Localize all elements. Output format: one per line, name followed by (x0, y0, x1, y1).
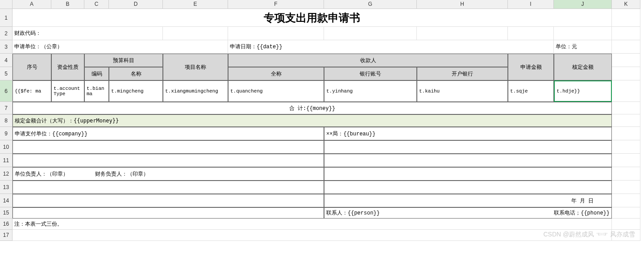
cell-k16[interactable] (612, 219, 640, 230)
col-header-k[interactable]: K (612, 0, 640, 9)
cell-k1[interactable] (612, 9, 640, 27)
row-header-16[interactable]: 16 (0, 219, 12, 230)
row-header-8[interactable]: 8 (0, 114, 12, 127)
cell-k8[interactable] (612, 114, 640, 127)
cell-e2[interactable] (163, 27, 228, 40)
row-header-12[interactable]: 12 (0, 167, 12, 181)
data-d[interactable]: t.mingcheng (109, 80, 163, 102)
col-header-b[interactable]: B (51, 0, 84, 9)
data-j-active[interactable]: t.hdje}} (554, 80, 612, 102)
spreadsheet-grid: A B C D E F G H I J K 1 专项支出用款申请书 2 财政代码… (0, 0, 644, 241)
row-header-11[interactable]: 11 (0, 154, 12, 167)
cell-k9[interactable] (612, 127, 640, 140)
col-header-g[interactable]: G (324, 0, 417, 9)
cell-g2[interactable] (324, 27, 417, 40)
cell-left-15[interactable] (12, 207, 324, 219)
header-bank-account[interactable]: 银行账号 (324, 67, 417, 80)
cell-k5[interactable] (612, 67, 640, 80)
cell-right-11[interactable] (324, 154, 612, 167)
col-header-i[interactable]: I (508, 0, 554, 9)
row-header-3[interactable]: 3 (0, 40, 12, 54)
header-seq[interactable]: 序号 (12, 54, 51, 80)
col-header-f[interactable]: F (228, 0, 324, 9)
cell-h2[interactable] (417, 27, 508, 40)
data-i[interactable]: t.sqje (508, 80, 554, 102)
col-header-c[interactable]: C (84, 0, 109, 9)
title-cell[interactable]: 专项支出用款申请书 (12, 9, 612, 27)
row-header-1[interactable]: 1 (0, 9, 12, 27)
data-c[interactable]: t.bianma (84, 80, 109, 102)
row-header-6[interactable]: 6 (0, 80, 12, 102)
header-budget-subject[interactable]: 预算科目 (84, 54, 163, 67)
col-header-a[interactable]: A (12, 0, 51, 9)
cell-k15[interactable] (612, 207, 640, 219)
corner-cell[interactable] (0, 0, 12, 9)
row-header-17[interactable]: 17 (0, 230, 12, 241)
cell-j2[interactable] (554, 27, 612, 40)
header-apply-amount[interactable]: 申请金额 (508, 54, 554, 80)
col-header-d[interactable]: D (109, 0, 163, 9)
data-e[interactable]: t.xiangmumingcheng (163, 80, 228, 102)
header-approved-amount[interactable]: 核定金额 (554, 54, 612, 80)
row-header-7[interactable]: 7 (0, 102, 12, 114)
row-header-14[interactable]: 14 (0, 194, 12, 207)
row-header-2[interactable]: 2 (0, 27, 12, 40)
data-g[interactable]: t.yinhang (324, 80, 417, 102)
header-fund-nature[interactable]: 资金性质 (51, 54, 84, 80)
cell-left-13[interactable] (12, 181, 324, 194)
apply-unit-cell[interactable]: 申请单位：（公章） (12, 40, 228, 54)
data-b[interactable]: t.accountType (51, 80, 84, 102)
upper-money-cell[interactable]: 核定金额合计（大写）：{{upperMoney}} (12, 114, 612, 127)
cell-right-13[interactable] (324, 181, 612, 194)
contact-phone-text: 联系电话；{{phone}} (554, 209, 610, 217)
header-full-name[interactable]: 全称 (228, 67, 324, 80)
finance-leader-text: 财务负责人：（印章） (95, 170, 149, 178)
cell-k11[interactable] (612, 154, 640, 167)
cell-left-10[interactable] (12, 140, 324, 154)
cell-left-11[interactable] (12, 154, 324, 167)
header-code[interactable]: 编码 (84, 67, 109, 80)
cell-k3[interactable] (612, 40, 640, 54)
data-a[interactable]: {{$fe: ma (12, 80, 51, 102)
cell-k13[interactable] (612, 181, 640, 194)
unit-leader-text: 单位负责人：（印章） (15, 170, 68, 178)
cell-f2[interactable] (228, 27, 324, 40)
cell-k2[interactable] (612, 27, 640, 40)
cell-k12[interactable] (612, 167, 640, 181)
header-payee[interactable]: 收款人 (228, 54, 508, 67)
row-header-4[interactable]: 4 (0, 54, 12, 67)
total-cell[interactable]: 合 计:{{money}} (12, 102, 612, 114)
bureau-cell[interactable]: ××局：{{bureau}} (324, 127, 612, 140)
finance-code-cell[interactable]: 财政代码： (12, 27, 163, 40)
col-header-e[interactable]: E (163, 0, 228, 9)
header-project-name[interactable]: 项目名称 (163, 54, 228, 80)
note-cell[interactable]: 注：本表一式三份。 (12, 219, 612, 230)
contact-cell[interactable]: 联系人：{{person}} 联系电话；{{phone}} (324, 207, 612, 219)
row-header-15[interactable]: 15 (0, 207, 12, 219)
data-f[interactable]: t.quancheng (228, 80, 324, 102)
row-header-9[interactable]: 9 (0, 127, 12, 140)
apply-date-cell[interactable]: 申请日期：{{date}} (228, 40, 554, 54)
col-header-h[interactable]: H (417, 0, 508, 9)
cell-left-14[interactable] (12, 194, 324, 207)
row-header-10[interactable]: 10 (0, 140, 12, 154)
cell-k14[interactable] (612, 194, 640, 207)
row-header-13[interactable]: 13 (0, 181, 12, 194)
cell-k6[interactable] (612, 80, 640, 102)
cell-k4[interactable] (612, 54, 640, 67)
cell-17[interactable] (12, 230, 612, 241)
apply-pay-unit-cell[interactable]: 申请支付单位：{{company}} (12, 127, 324, 140)
cell-k7[interactable] (612, 102, 640, 114)
cell-k10[interactable] (612, 140, 640, 154)
date-ymd-cell[interactable]: 年 月 日 (324, 194, 612, 207)
leaders-cell[interactable]: 单位负责人：（印章） 财务负责人：（印章） (12, 167, 324, 181)
row-header-5[interactable]: 5 (0, 67, 12, 80)
header-open-bank[interactable]: 开户银行 (417, 67, 508, 80)
header-name[interactable]: 名称 (109, 67, 163, 80)
cell-right-10[interactable] (324, 140, 612, 154)
cell-right-12[interactable] (324, 167, 612, 181)
cell-i2[interactable] (508, 27, 554, 40)
col-header-j[interactable]: J (554, 0, 612, 9)
unit-label-cell[interactable]: 单位：元 (554, 40, 612, 54)
data-h[interactable]: t.kaihu (417, 80, 508, 102)
